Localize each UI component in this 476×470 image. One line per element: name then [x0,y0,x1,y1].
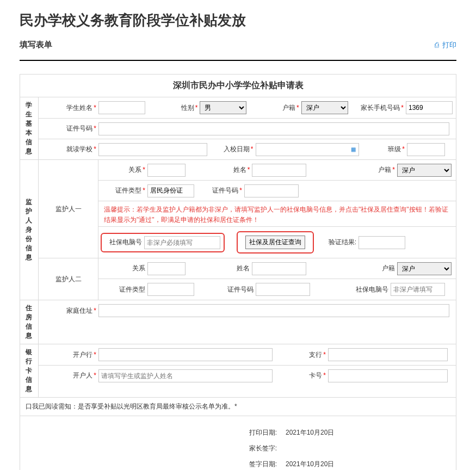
input-account-holder[interactable] [98,369,273,382]
print-label: 打印 [442,40,456,50]
input-phone[interactable] [406,101,453,114]
val-sign-date: 2021年10月20日 [286,460,334,469]
form-title: 深圳市民办中小学学位补贴申请表 [20,75,456,97]
section-bank: 银行卡信息 [20,344,39,397]
query-social-button[interactable]: 社保及居住证查询 [245,236,305,249]
lbl-g1-id-no: 证件号码 [212,187,238,194]
sub-title: 填写表单 [20,40,52,50]
consent-text: 口我已阅读需知：是否享受补贴以光明区教育局最终审核公示名单为准。* [20,397,456,416]
input-class[interactable] [407,143,445,156]
lbl-g2-name: 姓名 [237,264,250,272]
lbl-g2-soc: 社保电脑号 [356,286,388,293]
red-highlight-query: 社保及居住证查询 [237,231,314,253]
input-card-no[interactable] [328,369,448,382]
lbl-card-no: 卡号 [309,372,322,379]
section-housing: 住房信息 [20,300,39,344]
lbl-print-date: 打印日期: [20,428,286,437]
lbl-parent-sign: 家长签字: [20,444,286,453]
red-highlight-social: 社保电脑号 [101,233,225,252]
lbl-branch: 支行 [309,351,322,358]
lbl-account-holder: 开户人 [73,372,92,379]
input-enroll-date[interactable] [256,143,359,156]
lbl-g2-id-no: 证件号码 [227,286,254,293]
lbl-g2-id-type: 证件类型 [119,286,145,293]
input-g2-relation[interactable] [147,262,186,275]
lbl-enroll-date: 入校日期 [224,145,250,153]
lbl-address: 家庭住址 [66,307,92,314]
select-g1-huji[interactable]: 深户 [397,164,452,177]
input-g1-relation[interactable] [147,164,186,177]
guardian-two-label: 监护人二 [39,258,98,300]
input-g2-id-no[interactable] [256,283,310,296]
lbl-gender: 性别 [181,104,194,112]
lbl-g1-huji: 户籍 [378,166,391,174]
lbl-huji: 户籍 [282,104,295,112]
select-huji[interactable]: 深户 [301,101,348,114]
input-branch[interactable] [328,348,448,361]
input-g2-id-type[interactable] [147,283,194,296]
lbl-soc-no: 社保电脑号 [109,238,142,246]
lbl-bank: 开户行 [73,351,92,358]
guardian-one-label: 监护人一 [39,160,98,258]
lbl-sign-date: 签字日期: [20,460,286,469]
lbl-class: 班级 [388,145,401,153]
hint-text: 温馨提示：若学生及监护人户籍都为非深户，请填写监护人一的社保电脑号信息，并点击"… [98,201,456,227]
lbl-g1-name: 姓名 [233,166,246,174]
val-print-date: 2021年10月20日 [286,428,334,437]
page-title: 民办学校义务教育阶段学位补贴发放 [20,11,456,30]
application-form: 深圳市民办中小学学位补贴申请表 学生基本信息 学生姓名* 性别* 男 户籍* 深… [20,74,456,470]
section-guardian: 监护人身份信息 [20,160,39,300]
input-school[interactable] [98,143,207,156]
input-student-name[interactable] [98,101,145,114]
print-icon: ⎙ [435,41,439,49]
lbl-phone: 家长手机号码 [361,104,400,112]
divider [20,60,456,61]
input-g2-soc[interactable] [391,283,445,296]
input-verify-result [358,236,405,249]
input-g1-id-type[interactable] [147,184,194,197]
print-button[interactable]: ⎙ 打印 [435,40,456,50]
input-g1-name[interactable] [252,164,306,177]
lbl-g2-huji: 户籍 [382,264,395,272]
lbl-school: 就读学校 [66,145,92,153]
input-soc-no[interactable] [144,236,220,249]
lbl-id-no: 证件号码 [66,125,92,132]
input-g1-id-no[interactable] [244,184,299,197]
input-id-no[interactable] [98,122,449,135]
lbl-g2-relation: 关系 [132,264,145,272]
lbl-g1-relation: 关系 [128,166,141,174]
select-gender[interactable]: 男 [200,101,246,114]
lbl-verify-result: 验证结果: [329,238,356,246]
select-g2-huji[interactable]: 深户 [397,262,452,275]
input-address[interactable] [98,304,449,317]
section-student: 学生基本信息 [20,97,39,159]
lbl-student-name: 学生姓名 [66,104,92,112]
input-g2-name[interactable] [252,262,306,275]
lbl-g1-id-type: 证件类型 [115,187,141,194]
input-bank[interactable] [98,348,273,361]
